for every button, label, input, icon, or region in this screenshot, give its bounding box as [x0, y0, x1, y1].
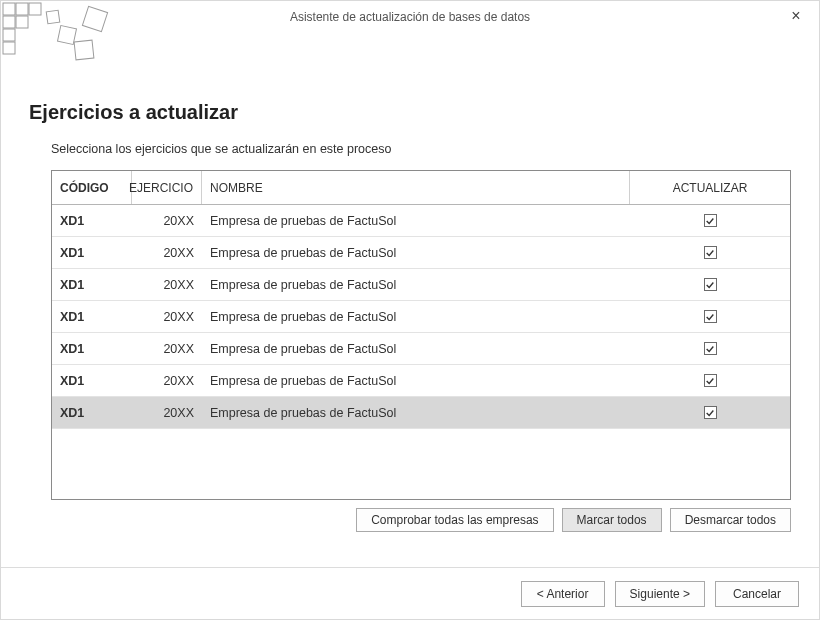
svg-rect-8: [74, 40, 94, 60]
cell-code: XD1: [52, 342, 132, 356]
update-checkbox[interactable]: [704, 310, 717, 323]
cell-year: 20XX: [132, 374, 202, 388]
update-checkbox[interactable]: [704, 406, 717, 419]
cell-name: Empresa de pruebas de FactuSol: [202, 342, 630, 356]
update-checkbox[interactable]: [704, 374, 717, 387]
col-header-year[interactable]: EJERCICIO: [132, 171, 202, 204]
cell-code: XD1: [52, 406, 132, 420]
cell-name: Empresa de pruebas de FactuSol: [202, 406, 630, 420]
col-header-name[interactable]: NOMBRE: [202, 171, 630, 204]
cell-code: XD1: [52, 246, 132, 260]
unmark-all-button[interactable]: Desmarcar todos: [670, 508, 791, 532]
svg-rect-5: [3, 29, 15, 41]
cell-update: [630, 278, 790, 291]
cell-year: 20XX: [132, 246, 202, 260]
grid-header: CÓDIGO EJERCICIO NOMBRE ACTUALIZAR: [52, 171, 790, 205]
cell-year: 20XX: [132, 278, 202, 292]
svg-rect-2: [29, 3, 41, 15]
table-row[interactable]: XD120XXEmpresa de pruebas de FactuSol: [52, 205, 790, 237]
cell-update: [630, 342, 790, 355]
svg-rect-6: [3, 42, 15, 54]
grid-toolbar: Comprobar todas las empresas Marcar todo…: [51, 508, 791, 532]
update-checkbox[interactable]: [704, 246, 717, 259]
update-checkbox[interactable]: [704, 214, 717, 227]
window-title: Asistente de actualización de bases de d…: [290, 10, 530, 24]
cell-update: [630, 406, 790, 419]
table-row[interactable]: XD120XXEmpresa de pruebas de FactuSol: [52, 365, 790, 397]
main-content: Ejercicios a actualizar Selecciona los e…: [29, 101, 791, 532]
cell-year: 20XX: [132, 310, 202, 324]
cell-code: XD1: [52, 374, 132, 388]
grid-body: XD120XXEmpresa de pruebas de FactuSolXD1…: [52, 205, 790, 499]
cell-year: 20XX: [132, 342, 202, 356]
update-checkbox[interactable]: [704, 342, 717, 355]
cell-name: Empresa de pruebas de FactuSol: [202, 214, 630, 228]
cancel-button[interactable]: Cancelar: [715, 581, 799, 607]
cell-name: Empresa de pruebas de FactuSol: [202, 246, 630, 260]
cell-update: [630, 374, 790, 387]
svg-rect-4: [16, 16, 28, 28]
cell-name: Empresa de pruebas de FactuSol: [202, 278, 630, 292]
app-logo-icon: [1, 1, 121, 69]
cell-name: Empresa de pruebas de FactuSol: [202, 374, 630, 388]
update-checkbox[interactable]: [704, 278, 717, 291]
svg-rect-3: [3, 16, 15, 28]
table-row[interactable]: XD120XXEmpresa de pruebas de FactuSol: [52, 301, 790, 333]
cell-update: [630, 310, 790, 323]
mark-all-button[interactable]: Marcar todos: [562, 508, 662, 532]
title-bar: Asistente de actualización de bases de d…: [1, 1, 819, 33]
table-row[interactable]: XD120XXEmpresa de pruebas de FactuSol: [52, 269, 790, 301]
col-header-update[interactable]: ACTUALIZAR: [630, 171, 790, 204]
col-header-code[interactable]: CÓDIGO: [52, 171, 132, 204]
svg-rect-0: [3, 3, 15, 15]
wizard-footer: < Anterior Siguiente > Cancelar: [1, 567, 819, 619]
cell-code: XD1: [52, 214, 132, 228]
svg-rect-10: [46, 10, 60, 24]
cell-year: 20XX: [132, 406, 202, 420]
close-icon[interactable]: ×: [787, 7, 805, 25]
cell-year: 20XX: [132, 214, 202, 228]
table-row[interactable]: XD120XXEmpresa de pruebas de FactuSol: [52, 333, 790, 365]
cell-code: XD1: [52, 278, 132, 292]
svg-rect-9: [82, 6, 107, 31]
svg-rect-1: [16, 3, 28, 15]
exercises-grid: CÓDIGO EJERCICIO NOMBRE ACTUALIZAR XD120…: [51, 170, 791, 500]
next-button[interactable]: Siguiente >: [615, 581, 705, 607]
cell-code: XD1: [52, 310, 132, 324]
cell-name: Empresa de pruebas de FactuSol: [202, 310, 630, 324]
prev-button[interactable]: < Anterior: [521, 581, 605, 607]
table-row[interactable]: XD120XXEmpresa de pruebas de FactuSol: [52, 237, 790, 269]
page-subheading: Selecciona los ejercicios que se actuali…: [51, 142, 791, 156]
cell-update: [630, 246, 790, 259]
cell-update: [630, 214, 790, 227]
table-row[interactable]: XD120XXEmpresa de pruebas de FactuSol: [52, 397, 790, 429]
page-heading: Ejercicios a actualizar: [29, 101, 791, 124]
check-all-companies-button[interactable]: Comprobar todas las empresas: [356, 508, 553, 532]
